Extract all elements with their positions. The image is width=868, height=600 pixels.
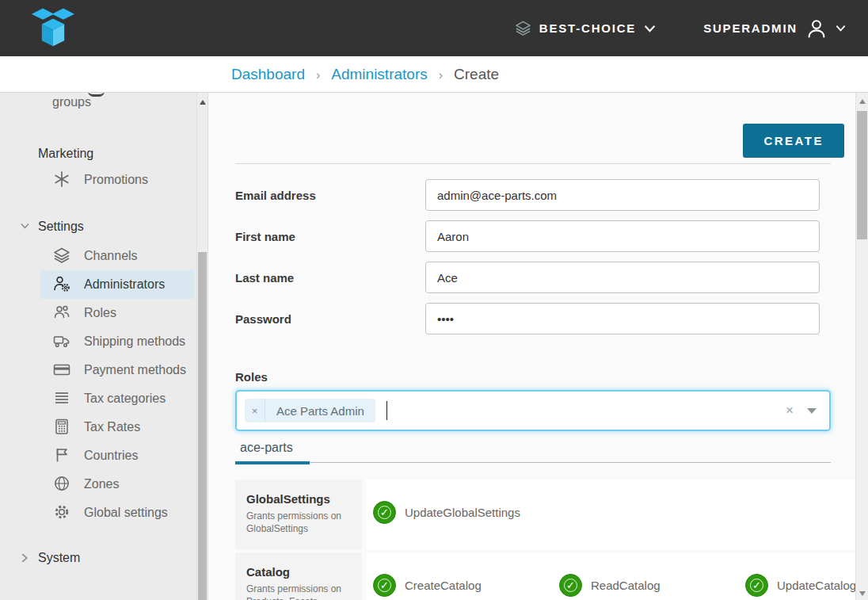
globe-icon (52, 474, 71, 493)
chevron-down-icon (644, 25, 656, 32)
email-label: Email address (235, 189, 425, 202)
permission-item: ✓ CreateCatalog (373, 574, 559, 597)
text-caret (386, 401, 387, 420)
sidebar-nav: groups Marketing Promotions Settings (0, 93, 196, 600)
breadcrumb-dashboard[interactable]: Dashboard (231, 66, 305, 83)
sidebar-item-label: Tax categories (84, 392, 166, 405)
permission-item: ✓ UpdateCatalog (745, 574, 855, 597)
sidebar-item-channels[interactable]: Channels (40, 242, 194, 270)
role-chip: × Ace Parts Admin (245, 399, 375, 422)
permission-group-name: GlobalSettings (246, 492, 354, 506)
email-input[interactable] (425, 179, 820, 211)
scroll-up-icon[interactable] (200, 100, 206, 105)
first-name-label: First name (235, 230, 425, 243)
sidebar-item-label: Countries (84, 449, 138, 462)
form-row-last-name: Last name (235, 262, 855, 293)
breadcrumb-separator: › (439, 67, 443, 82)
create-button[interactable]: CREATE (743, 124, 844, 158)
chevron-down-icon (836, 25, 846, 32)
active-tab-indicator (235, 461, 310, 464)
permission-group-name: Catalog (246, 565, 354, 579)
permissions-table: GlobalSettings Grants permissions on Glo… (235, 480, 855, 600)
sidebar-item-label: Administrators (84, 277, 165, 291)
main-scrollbar-thumb[interactable] (857, 111, 867, 239)
permission-granted-toggle[interactable]: ✓ (373, 501, 396, 524)
chevron-right-icon (21, 553, 29, 563)
sidebar-item-roles[interactable]: Roles (40, 299, 194, 327)
permission-group-header: GlobalSettings Grants permissions on Glo… (235, 480, 362, 549)
breadcrumb-administrators[interactable]: Administrators (331, 66, 427, 83)
body: groups Marketing Promotions Settings (0, 93, 868, 600)
users-icon (52, 303, 71, 322)
user-gear-icon (52, 274, 71, 293)
breadcrumb: Dashboard › Administrators › Create (0, 56, 868, 93)
permission-label: UpdateCatalog (777, 579, 855, 592)
chip-remove-icon[interactable]: × (245, 399, 265, 422)
roles-select[interactable]: × Ace Parts Admin × (235, 390, 831, 431)
sidebar-scrollbar[interactable] (196, 93, 207, 600)
table-row: Catalog Grants permissions on Products, … (235, 552, 855, 600)
dropdown-arrow-icon[interactable] (807, 408, 817, 414)
role-chip-label: Ace Parts Admin (265, 399, 375, 422)
permission-group-body: ✓ UpdateGlobalSettings (367, 480, 855, 549)
sidebar-item-promotions[interactable]: Promotions (40, 166, 194, 194)
last-name-input[interactable] (425, 262, 820, 293)
sidebar-section-system[interactable]: System (0, 548, 196, 568)
sidebar-item-shipping-methods[interactable]: Shipping methods (40, 327, 194, 356)
sidebar-item-label: Promotions (84, 173, 148, 186)
scroll-up-icon[interactable] (859, 99, 866, 104)
top-bar: BEST-CHOICE SUPERADMIN (0, 0, 868, 56)
permission-label: ReadCatalog (591, 579, 661, 592)
asterisk-icon (52, 170, 71, 189)
permission-granted-toggle[interactable]: ✓ (373, 574, 396, 597)
sidebar-item-label: Channels (84, 249, 138, 262)
sidebar-item-label: Payment methods (84, 363, 186, 376)
table-row: GlobalSettings Grants permissions on Glo… (235, 480, 855, 549)
admin-app: BEST-CHOICE SUPERADMIN Dashb (0, 0, 868, 600)
sidebar-section-marketing[interactable]: Marketing (0, 143, 196, 164)
permission-group-description: Grants permissions on GlobalSettings (246, 510, 354, 535)
permission-granted-toggle[interactable]: ✓ (745, 574, 768, 597)
sidebar-item-global-settings[interactable]: Global settings (40, 499, 194, 527)
permission-item: ✓ ReadCatalog (559, 574, 745, 597)
main-scrollbar[interactable] (855, 93, 868, 600)
tab-ace-parts[interactable]: ace-parts (240, 441, 293, 462)
password-input[interactable] (425, 303, 820, 334)
sidebar-item-tax-rates[interactable]: Tax Rates (40, 413, 194, 441)
channel-switcher[interactable]: BEST-CHOICE (515, 20, 656, 36)
scroll-down-icon[interactable] (859, 591, 866, 596)
sidebar-item-tax-categories[interactable]: Tax categories (40, 384, 194, 413)
permission-group-description: Grants permissions on Products, Facets (246, 583, 354, 600)
clear-icon[interactable]: × (786, 403, 794, 418)
form-row-password: Password (235, 303, 855, 334)
sidebar-item-label: Roles (84, 306, 116, 319)
form-row-email: Email address (235, 179, 855, 211)
vendure-logo-icon (24, 6, 82, 52)
flag-icon (52, 445, 71, 464)
main-content: CREATE Email address First name Last nam… (207, 93, 855, 600)
top-bar-right: BEST-CHOICE SUPERADMIN (515, 17, 846, 40)
check-icon: ✓ (380, 580, 389, 590)
administrator-form: Email address First name Last name Passw… (235, 179, 855, 334)
user-icon (805, 17, 828, 40)
chevron-down-icon (21, 222, 29, 230)
sidebar-item-label: Shipping methods (84, 334, 185, 348)
calculator-icon (52, 417, 71, 436)
credit-card-icon (52, 360, 71, 379)
channel-label: BEST-CHOICE (539, 21, 636, 35)
first-name-input[interactable] (425, 220, 820, 252)
sidebar-item-administrators[interactable]: Administrators (40, 270, 194, 299)
sidebar-section-settings[interactable]: Settings (0, 216, 196, 237)
check-icon: ✓ (380, 507, 389, 518)
sidebar-item-payment-methods[interactable]: Payment methods (40, 356, 194, 384)
sidebar-item-countries[interactable]: Countries (40, 441, 194, 470)
form-row-first-name: First name (235, 220, 855, 252)
layers-icon (515, 20, 531, 36)
sidebar-section-label: System (38, 551, 80, 564)
check-icon: ✓ (566, 580, 575, 590)
sidebar-item-label: Tax Rates (84, 420, 140, 434)
sidebar-item-zones[interactable]: Zones (40, 470, 194, 499)
sidebar-scrollbar-thumb[interactable] (198, 252, 207, 600)
permission-granted-toggle[interactable]: ✓ (559, 574, 582, 597)
user-menu[interactable]: SUPERADMIN (703, 17, 846, 40)
